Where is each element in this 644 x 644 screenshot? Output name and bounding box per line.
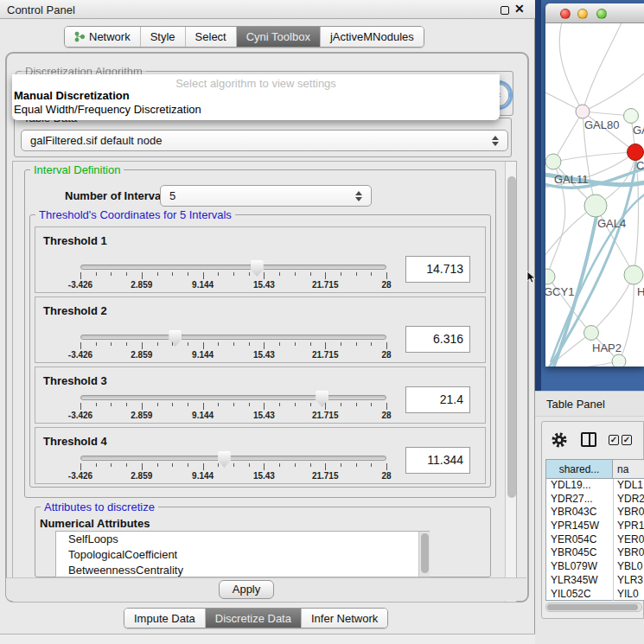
tab-jactivemnodules[interactable]: jActiveMNodules <box>320 27 424 47</box>
tab-label: jActiveMNodules <box>330 30 414 43</box>
tab-network[interactable]: Network <box>65 27 140 47</box>
node-label-h: H <box>637 285 644 298</box>
node-gal11[interactable] <box>545 154 561 169</box>
gear-icon[interactable] <box>551 431 568 449</box>
attribute-item-selfloops[interactable]: SelfLoops <box>56 532 429 547</box>
tab-label: Impute Data <box>134 612 195 625</box>
tab-impute-data[interactable]: Impute Data <box>124 609 205 628</box>
table-data-select[interactable]: galFiltered.sif default node <box>21 130 508 151</box>
threshold-value-field[interactable]: 21.4 <box>405 386 470 413</box>
dropdown-option-equal-width-frequency-discretization[interactable]: Equal Width/Frequency Discretization <box>12 103 500 117</box>
network-graph: GAL80GACGAL11GAL4GCY1HHAP2 <box>545 23 644 367</box>
slider-ticks <box>80 403 386 410</box>
checkbox-icon[interactable]: ✓ <box>609 435 619 445</box>
mouse-cursor <box>526 271 537 284</box>
table-hscrollbar-track[interactable] <box>545 603 642 612</box>
cell-shared-name: YDL19... <box>551 479 591 491</box>
top-tab-bar: NetworkStyleSelectCyni ToolboxjActiveMNo… <box>64 26 424 48</box>
table-row[interactable]: YDL19...YDL1 <box>546 479 644 493</box>
minimize-traffic-light[interactable] <box>577 9 588 19</box>
threshold-slider-track[interactable] <box>80 456 386 461</box>
network-icon <box>74 31 85 42</box>
slider-scale-labels: -3.4262.8599.14415.4321.71528 <box>80 471 386 481</box>
node-h[interactable] <box>624 265 643 284</box>
node-gal4[interactable] <box>584 194 607 217</box>
node[interactable] <box>612 354 626 367</box>
num-intervals-select[interactable]: 5 <box>160 185 372 207</box>
slider-ticks <box>80 272 386 279</box>
attributes-scrollbar-track[interactable] <box>418 532 430 577</box>
threshold-value-field[interactable]: 6.316 <box>405 326 470 353</box>
node-label-gal80: GAL80 <box>584 118 619 131</box>
numerical-attributes-label: Numerical Attributes <box>40 517 150 530</box>
table-rows: YDL19...YDL1YDR27...YDR2YBR043CYBR0YPR14… <box>546 479 644 601</box>
table-row[interactable]: YER054CYER0 <box>546 533 644 547</box>
table-row[interactable]: YDR27...YDR2 <box>546 493 644 507</box>
close-icon[interactable]: ✕ <box>514 2 525 16</box>
network-nodes[interactable] <box>545 105 644 367</box>
bottom-tab-bar: Impute DataDiscretize DataInfer Network <box>124 608 388 628</box>
table-row[interactable]: YIL052CYIL0 <box>546 588 644 602</box>
tab-discretize-data[interactable]: Discretize Data <box>205 609 301 628</box>
group-title: Attributes to discretize <box>41 501 158 513</box>
attribute-item-topologicalcoefficient[interactable]: TopologicalCoefficient <box>56 547 429 563</box>
num-intervals-label: Number of Intervals <box>65 189 170 202</box>
close-traffic-light[interactable] <box>560 9 571 19</box>
group-title: Interval Definition <box>30 163 124 176</box>
node-hap2[interactable] <box>584 326 599 341</box>
cell-name: YER0 <box>617 533 644 545</box>
checkbox-icon[interactable]: ✓ <box>622 435 632 445</box>
cell-shared-name: YBL079W <box>551 560 597 572</box>
cell-shared-name: YBR043C <box>551 506 596 518</box>
node-label-gal11: GAL11 <box>554 173 589 186</box>
node-gal80[interactable] <box>576 105 590 118</box>
table-row[interactable]: YLR345WYLR3 <box>546 574 644 588</box>
threshold-panel: Threshold 3 -3.4262.8599.14415.4321.7152… <box>35 367 486 424</box>
tab-style[interactable]: Style <box>140 27 185 47</box>
zoom-traffic-light[interactable] <box>596 9 607 19</box>
threshold-label: Threshold 3 <box>43 374 107 387</box>
threshold-slider-track[interactable] <box>80 335 386 340</box>
table-hscrollbar-thumb[interactable] <box>547 604 638 610</box>
table-row[interactable]: YBR043CYBR0 <box>546 506 644 520</box>
cell-name: YDR2 <box>617 493 644 505</box>
threshold-value-field[interactable]: 11.344 <box>405 447 470 474</box>
tab-cyni-toolbox[interactable]: Cyni Toolbox <box>236 27 320 47</box>
dropdown-options: Manual DiscretizationEqual Width/Frequen… <box>12 89 500 117</box>
threshold-panel: Threshold 4 -3.4262.8599.14415.4321.7152… <box>35 427 486 484</box>
apply-button[interactable]: Apply <box>219 580 274 599</box>
threshold-slider-track[interactable] <box>80 265 386 270</box>
main-scrollbar-thumb[interactable] <box>507 176 516 498</box>
network-canvas[interactable]: GAL80GACGAL11GAL4GCY1HHAP2 <box>545 23 644 367</box>
main-scrollbar-track[interactable] <box>505 162 516 602</box>
table-row[interactable]: YBR045CYBR0 <box>546 546 644 560</box>
attributes-scrollbar-thumb[interactable] <box>421 533 429 573</box>
column-header-name[interactable]: na <box>613 460 644 479</box>
table-row[interactable]: YBL079WYBL0 <box>546 560 644 574</box>
dropdown-option-manual-discretization[interactable]: Manual Discretization <box>12 89 500 103</box>
cell-shared-name: YLR345W <box>551 574 598 586</box>
cell-name: YDL1 <box>617 479 643 491</box>
cell-name: YPR1 <box>617 520 644 532</box>
slider-ticks <box>80 463 386 470</box>
node[interactable] <box>624 109 639 124</box>
control-panel-titlebar: Control Panel ✕ <box>0 0 535 19</box>
node-attribute-table: shared... na YDL19...YDL1YDR27...YDR2YBR… <box>545 459 644 601</box>
node-gcy1[interactable] <box>545 269 555 284</box>
threshold-slider-track[interactable] <box>80 395 386 400</box>
split-columns-icon[interactable] <box>581 432 596 447</box>
tab-infer-network[interactable]: Infer Network <box>301 609 387 628</box>
node-label-ga: GA <box>633 124 644 137</box>
table-row[interactable]: YPR145WYPR1 <box>546 520 644 533</box>
column-separator <box>613 479 614 601</box>
attribute-item-betweennesscentrality[interactable]: BetweennessCentrality <box>56 563 429 577</box>
threshold-value-field[interactable]: 14.713 <box>405 256 470 283</box>
attributes-list[interactable]: SelfLoopsTopologicalCoefficientBetweenne… <box>55 531 430 577</box>
tab-select[interactable]: Select <box>185 27 236 47</box>
node-label-gcy1: GCY1 <box>545 285 574 298</box>
column-header-shared-name[interactable]: shared... <box>546 460 613 479</box>
node-red-selected[interactable] <box>628 144 644 161</box>
slider-ticks <box>80 342 386 349</box>
float-window-icon[interactable] <box>501 6 509 15</box>
threshold-label: Threshold 4 <box>43 435 107 448</box>
